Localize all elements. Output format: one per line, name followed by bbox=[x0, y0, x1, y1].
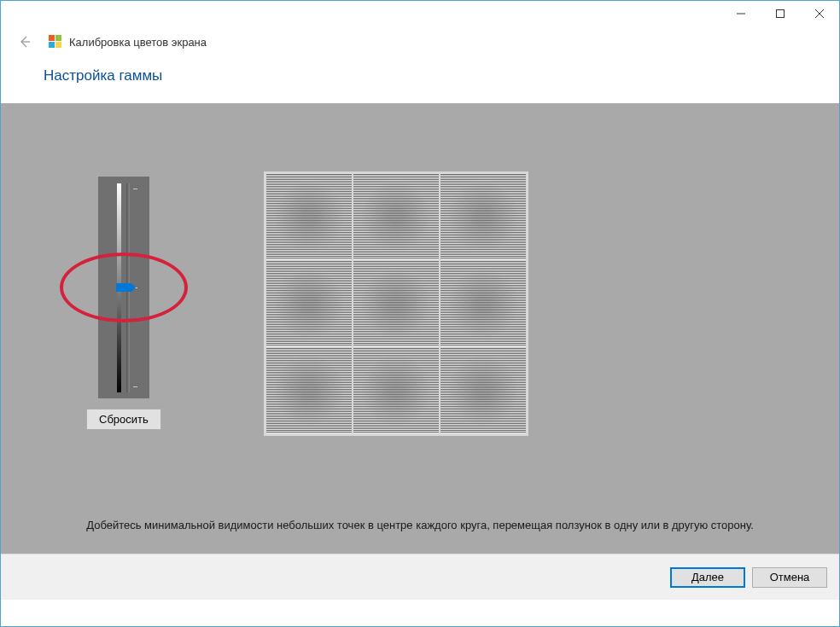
gamma-cell bbox=[440, 261, 526, 346]
gamma-cell bbox=[440, 348, 526, 433]
gamma-slider-thumb[interactable] bbox=[116, 283, 131, 292]
next-button[interactable]: Далее bbox=[670, 567, 745, 588]
wizard-footer: Далее Отмена bbox=[1, 554, 839, 600]
window-controls bbox=[721, 1, 839, 26]
wizard-title: Калибровка цветов экрана bbox=[69, 36, 207, 49]
page-heading: Настройка гаммы bbox=[1, 67, 839, 103]
title-row: Калибровка цветов экрана bbox=[49, 35, 207, 49]
main-row: Сбросить bbox=[1, 103, 839, 504]
wizard-header: Калибровка цветов экрана bbox=[1, 28, 839, 67]
maximize-button[interactable] bbox=[761, 1, 800, 26]
svg-rect-1 bbox=[777, 10, 785, 18]
gamma-cell bbox=[353, 174, 439, 259]
gamma-test-pattern bbox=[264, 171, 528, 436]
cancel-button[interactable]: Отмена bbox=[752, 567, 827, 588]
reset-button[interactable]: Сбросить bbox=[86, 409, 161, 430]
slider-tick bbox=[133, 386, 137, 387]
title-bar bbox=[1, 1, 839, 28]
close-button[interactable] bbox=[800, 1, 839, 26]
gamma-cell bbox=[353, 348, 439, 433]
minimize-button[interactable] bbox=[721, 1, 761, 26]
gamma-cell bbox=[266, 261, 352, 346]
content-area: Сбросить Добейтесь минимальной видимости… bbox=[1, 103, 839, 554]
gamma-cell bbox=[266, 174, 352, 259]
gamma-cell bbox=[353, 261, 439, 346]
gamma-cell bbox=[440, 174, 526, 259]
instruction-text: Добейтесь минимальной видимости небольши… bbox=[1, 504, 839, 554]
slider-tick bbox=[133, 189, 137, 189]
display-calibration-icon bbox=[49, 35, 62, 49]
back-button[interactable] bbox=[15, 32, 35, 52]
gamma-cell bbox=[266, 348, 352, 433]
gamma-slider-column: Сбросить bbox=[86, 177, 161, 430]
gamma-slider-wrap bbox=[98, 177, 149, 398]
